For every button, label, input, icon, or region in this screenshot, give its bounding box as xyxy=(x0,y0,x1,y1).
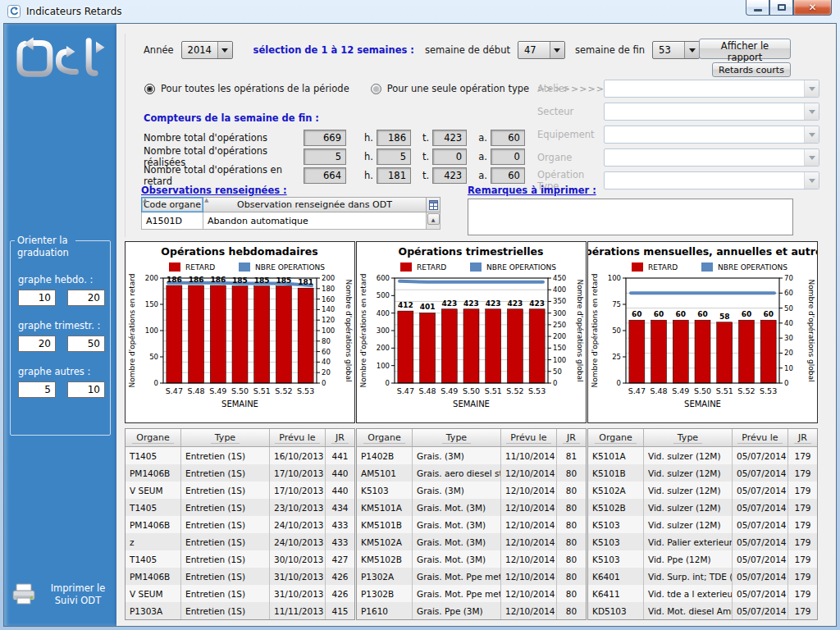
table-row[interactable]: PM1406BEntretien (1S)17/10/2013440 xyxy=(126,464,354,482)
column-header-organe[interactable]: Organe xyxy=(588,429,644,446)
cell-prevu-le: 24/10/2013 xyxy=(270,516,326,533)
graduation-max-input-trimestr[interactable]: 50 xyxy=(67,336,105,352)
radio-single-operation[interactable] xyxy=(371,84,381,94)
filter-select-organe[interactable] xyxy=(604,148,819,167)
svg-text:30: 30 xyxy=(784,334,793,342)
column-header-type[interactable]: Type xyxy=(644,429,733,446)
show-report-button[interactable]: Afficher le rapport xyxy=(699,39,791,59)
table-row[interactable]: K5103Vid. Ppe (12M)05/07/2014179 xyxy=(588,550,817,568)
graduation-min-input-trimestr[interactable]: 20 xyxy=(18,336,56,352)
graduation-max-input-autres[interactable]: 10 xyxy=(67,381,105,398)
week-start-select[interactable]: 47 xyxy=(518,41,565,59)
svg-text:185: 185 xyxy=(232,276,248,285)
odt-logo xyxy=(4,32,116,83)
filter-select-equipement[interactable] xyxy=(604,126,819,144)
obs-row-observation[interactable]: Abandon automatique xyxy=(203,212,427,230)
main-panel: Année 2014 sélection de 1 à 12 semaines … xyxy=(116,24,836,626)
table-row[interactable]: K5102AVid. sulzer (12M)05/07/2014179 xyxy=(588,482,817,499)
table-row[interactable]: zEntretien (1S)24/10/2013433 xyxy=(126,533,354,550)
filter-select-atelier[interactable] xyxy=(604,80,819,98)
table-row[interactable]: KD5103Vid. Mot. diesel Amm05/07/2014179 xyxy=(588,602,817,619)
column-header-organe[interactable]: Organe xyxy=(357,429,413,446)
cell-type: Grais. Mot. Ppe metl xyxy=(413,568,501,585)
cell-type: Entretien (1S) xyxy=(181,499,270,516)
table-row[interactable]: KM5102BGrais. Mot. (3M)12/10/201480 xyxy=(357,550,586,568)
obs-scrollbar[interactable]: ▲ xyxy=(427,212,441,230)
cell-organe: V SEUM xyxy=(126,482,181,499)
graduation-max-input-hebdo[interactable]: 20 xyxy=(67,290,105,306)
table-row[interactable]: AM5101Grais. aero diesel st12/10/201480 xyxy=(357,464,586,482)
table-row[interactable]: PM1406BEntretien (1S)24/10/2013433 xyxy=(126,516,354,533)
table-row[interactable]: K5103Vid. Palier exterieur05/07/2014179 xyxy=(588,533,817,550)
remarks-input[interactable] xyxy=(468,199,793,235)
minimize-button[interactable] xyxy=(746,0,769,16)
table-row[interactable]: K5102BVid. sulzer (12M)05/07/2014179 xyxy=(588,499,817,516)
tables-row: OrganeTypePrévu leJRT1405Entretien (1S)1… xyxy=(125,428,818,620)
table-row[interactable]: V SEUMEntretien (1S)17/10/2013440 xyxy=(126,482,354,499)
annee-select[interactable]: 2014 xyxy=(181,41,233,59)
table-row[interactable]: P1303AEntretien (1S)11/11/2013415 xyxy=(126,602,354,619)
table-row[interactable]: T1405Entretien (1S)16/10/2013441 xyxy=(126,447,354,464)
column-header-prevu-le[interactable]: Prévu le xyxy=(733,429,788,446)
cell-prevu-le: 11/11/2013 xyxy=(270,602,326,619)
close-button[interactable]: ✕ xyxy=(793,0,832,16)
cell-prevu-le: 12/10/2014 xyxy=(501,482,557,499)
counter-total-field: 664 xyxy=(304,167,346,184)
svg-text:0: 0 xyxy=(386,379,390,387)
table-row[interactable]: K5101BVid. sulzer (12M)05/07/2014179 xyxy=(588,464,817,482)
radio-all-operations[interactable] xyxy=(144,84,155,94)
table-row[interactable]: P1302BGrais. Mot. Ppe metl12/10/201480 xyxy=(357,585,586,602)
week-end-select[interactable]: 53 xyxy=(652,41,700,59)
selection-label: sélection de 1 à 12 semaines : xyxy=(253,44,414,56)
table-row[interactable]: K6401Vid. Surp. int; TDE (05/07/2014179 xyxy=(588,568,817,585)
obs-column-header-code-organe[interactable]: ▲Code organe xyxy=(141,197,203,212)
table-row[interactable]: V SEUMEntretien (1S)31/10/2013426 xyxy=(126,585,354,602)
table-row[interactable]: PM1406BEntretien (1S)31/10/2013426 xyxy=(126,568,354,585)
table-row[interactable]: K5103Grais. (3M)12/10/201480 xyxy=(357,482,586,499)
table-row[interactable]: KM5102AGrais. Mot. (3M)12/10/201480 xyxy=(357,533,586,550)
table-row[interactable]: P1302AGrais. Mot. Ppe metl12/10/201480 xyxy=(357,568,586,585)
cell-type: Entretien (1S) xyxy=(181,533,270,550)
filter-label-equipement: Equipement xyxy=(537,129,604,140)
table-row[interactable]: KM5101AGrais. Mot. (3M)12/10/201480 xyxy=(357,499,586,516)
table-row[interactable]: K5101AVid. sulzer (12M)05/07/2014179 xyxy=(588,447,817,464)
cell-organe: K5101A xyxy=(588,447,644,464)
titlebar[interactable]: Indicateurs Retards xyxy=(0,0,840,23)
obs-row-code[interactable]: A1501D xyxy=(141,212,203,230)
filter-label-atelier: Atelier xyxy=(537,83,604,94)
column-header-jr[interactable]: JR xyxy=(788,429,817,446)
svg-text:150: 150 xyxy=(553,344,566,352)
column-header-prevu-le[interactable]: Prévu le xyxy=(270,429,326,446)
cell-jr: 427 xyxy=(326,550,354,568)
column-header-organe[interactable]: Organe xyxy=(126,429,181,446)
obs-grid-icon-button[interactable] xyxy=(427,197,441,212)
table-row[interactable]: T1405Entretien (1S)23/10/2013434 xyxy=(126,499,354,516)
table-row[interactable]: P1610Grais. Ppe (3M)12/10/201480 xyxy=(357,602,586,619)
table-row[interactable]: K5103Vid. sulzer (12M)05/07/2014179 xyxy=(588,516,817,533)
scroll-up-icon[interactable]: ▲ xyxy=(427,213,440,225)
cell-prevu-le: 05/07/2014 xyxy=(733,533,788,550)
svg-text:186: 186 xyxy=(189,276,204,284)
table-row[interactable]: KM5101BGrais. Mot. (3M)12/10/201480 xyxy=(357,516,586,533)
svg-text:350: 350 xyxy=(553,297,566,305)
column-header-jr[interactable]: JR xyxy=(557,429,586,446)
column-header-jr[interactable]: JR xyxy=(326,429,354,446)
column-header-type[interactable]: Type xyxy=(413,429,501,446)
graduation-min-input-autres[interactable]: 5 xyxy=(18,381,56,398)
short-delays-button[interactable]: Retards courts xyxy=(712,62,791,77)
print-suivi-button[interactable]: Imprimer le Suivi ODT xyxy=(4,582,116,608)
table-row[interactable]: K6411Vid. tde a l exterieu05/07/2014179 xyxy=(588,585,817,602)
column-header-type[interactable]: Type xyxy=(181,429,270,446)
cell-organe: T1405 xyxy=(126,550,181,568)
svg-text:500: 500 xyxy=(377,291,390,299)
table-row[interactable]: P1402BGrais. (3M)11/10/201481 xyxy=(357,447,586,464)
column-header-prevu-le[interactable]: Prévu le xyxy=(501,429,557,446)
svg-text:0: 0 xyxy=(784,379,788,387)
maximize-button[interactable] xyxy=(769,0,793,16)
obs-column-header-observation-renseignee-dans-odt[interactable]: ▲Observation renseignée dans ODT xyxy=(203,197,427,212)
cell-organe: P1302B xyxy=(357,585,413,602)
counter-t-field: 423 xyxy=(432,167,467,184)
table-row[interactable]: T1405Entretien (1S)30/10/2013427 xyxy=(126,550,354,568)
graduation-min-input-hebdo[interactable]: 10 xyxy=(18,290,56,306)
filter-select-secteur[interactable] xyxy=(604,103,819,121)
